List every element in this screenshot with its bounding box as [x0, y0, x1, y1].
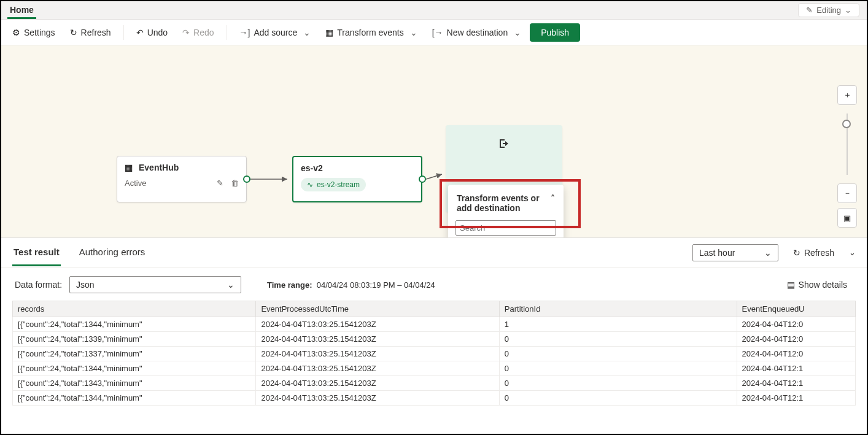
cell-processed: 2024-04-04T13:03:25.1541203Z [256, 332, 499, 347]
cell-enqueued: 2024-04-04T12:1 [737, 376, 855, 391]
settings-label: Settings [24, 28, 55, 37]
chevron-down-icon: ⌄ [227, 280, 234, 290]
show-details-button[interactable]: ▤Show details [781, 276, 853, 293]
time-range-label: Time range: [267, 280, 312, 290]
table-row[interactable]: [{"count":24,"total":1344,"minimum"2024-… [13, 361, 856, 376]
transform-add-popover: Transform events or add destination ˄ De… [448, 185, 564, 238]
time-window-select[interactable]: Last hour ⌄ [692, 244, 778, 261]
divider [123, 25, 124, 40]
connector [426, 168, 448, 183]
col-processed[interactable]: EventProcessedUtcTime [256, 301, 499, 317]
new-destination-button[interactable]: [→New destination [426, 24, 528, 41]
cell-records: [{"count":24,"total":1343,"minimum" [13, 376, 256, 391]
zoom-controls: ＋ － ▣ [837, 85, 857, 228]
col-enqueued[interactable]: EventEnqueuedU [737, 301, 855, 317]
redo-icon: ↷ [182, 28, 190, 37]
undo-label: Undo [147, 28, 168, 37]
table-row[interactable]: [{"count":24,"total":1343,"minimum"2024-… [13, 376, 856, 391]
refresh-icon: ↻ [793, 248, 800, 258]
transform-icon: ▦ [325, 28, 333, 37]
delete-icon[interactable]: 🗑 [231, 179, 239, 188]
refresh-results-button[interactable]: ↻Refresh [787, 244, 840, 261]
publish-button[interactable]: Publish [530, 23, 580, 42]
stream-icon: ∿ [307, 180, 313, 189]
stream-name: es-v2-stream [317, 180, 360, 189]
add-source-button[interactable]: →]Add source [233, 24, 317, 41]
table-row[interactable]: [{"count":24,"total":1344,"minimum"2024-… [13, 391, 856, 406]
eventhub-icon: ▦ [125, 163, 133, 172]
table-header-row: records EventProcessedUtcTime PartitionI… [13, 301, 856, 317]
top-bar: Home ✎ Editing ⌄ [1, 1, 867, 20]
edit-icon[interactable]: ✎ [217, 179, 223, 188]
chevron-up-icon[interactable]: ˄ [551, 193, 555, 213]
add-source-icon: →] [239, 28, 250, 37]
cell-enqueued: 2024-04-04T12:1 [737, 391, 855, 406]
zoom-in-button[interactable]: ＋ [837, 85, 857, 105]
refresh-label: Refresh [804, 248, 834, 258]
chevron-down-icon: ⌄ [764, 248, 772, 258]
node-title: EventHub [139, 163, 179, 172]
undo-icon: ↶ [136, 28, 144, 37]
col-partition[interactable]: PartitionId [499, 301, 737, 317]
results-tabbar: Test result Authoring errors Last hour ⌄… [1, 238, 867, 268]
refresh-button[interactable]: ↻Refresh [64, 24, 117, 41]
search-input[interactable] [455, 220, 556, 236]
results-controls: Data format: Json ⌄ Time range: 04/04/24… [1, 268, 867, 298]
details-icon: ▤ [787, 280, 795, 290]
gear-icon: ⚙ [12, 28, 20, 37]
chevron-down-icon [301, 28, 311, 37]
zoom-slider[interactable] [847, 114, 848, 175]
redo-button: ↷Redo [176, 24, 220, 41]
stream-pill[interactable]: ∿ es-v2-stream [301, 178, 366, 191]
undo-button[interactable]: ↶Undo [130, 24, 174, 41]
popover-heading: Transform events or add destination [457, 193, 551, 213]
results-table: records EventProcessedUtcTime PartitionI… [12, 301, 856, 406]
tab-strip: Home [7, 1, 36, 19]
cell-processed: 2024-04-04T13:03:25.1541203Z [256, 391, 499, 406]
cell-partition: 1 [499, 317, 737, 332]
col-records[interactable]: records [13, 301, 256, 317]
cell-records: [{"count":24,"total":1344,"minimum" [13, 317, 256, 332]
time-range-value: 04/04/24 08:03:19 PM – 04/04/24 [317, 280, 435, 290]
exit-icon [498, 137, 510, 152]
refresh-label: Refresh [81, 28, 111, 37]
data-format-select[interactable]: Json ⌄ [69, 276, 241, 293]
divider [227, 25, 227, 40]
time-window-value: Last hour [699, 248, 735, 258]
show-details-label: Show details [799, 280, 847, 290]
redo-label: Redo [193, 28, 214, 37]
transform-events-button[interactable]: ▦Transform events [319, 24, 423, 41]
chevron-down-icon [408, 28, 417, 37]
connector [250, 174, 292, 184]
chevron-down-icon [511, 28, 521, 37]
cell-partition: 0 [499, 332, 737, 347]
cell-records: [{"count":24,"total":1339,"minimum" [13, 332, 256, 347]
cell-records: [{"count":24,"total":1344,"minimum" [13, 361, 256, 376]
settings-button[interactable]: ⚙Settings [6, 24, 61, 41]
table-row[interactable]: [{"count":24,"total":1344,"minimum"2024-… [13, 317, 856, 332]
zoom-out-button[interactable]: － [837, 183, 857, 203]
port-out-source[interactable] [243, 175, 250, 183]
cell-partition: 0 [499, 347, 737, 361]
node-stream[interactable]: es-v2 ∿ es-v2-stream [292, 156, 422, 202]
data-format-value: Json [76, 280, 95, 290]
port-out-stream[interactable] [419, 175, 426, 183]
chevron-down-icon[interactable]: ⌄ [849, 248, 856, 257]
zoom-thumb[interactable] [842, 120, 851, 128]
refresh-icon: ↻ [70, 28, 77, 37]
node-eventhub[interactable]: ▦ EventHub Active ✎ 🗑 [117, 156, 247, 202]
table-row[interactable]: [{"count":24,"total":1339,"minimum"2024-… [13, 332, 856, 347]
tab-test-result[interactable]: Test result [12, 239, 61, 266]
cell-records: [{"count":24,"total":1337,"minimum" [13, 347, 256, 361]
cell-enqueued: 2024-04-04T12:1 [737, 361, 855, 376]
tab-home[interactable]: Home [7, 1, 36, 19]
canvas[interactable]: ▦ EventHub Active ✎ 🗑 es-v2 ∿ es-v2-stre… [1, 45, 867, 238]
tab-authoring-errors[interactable]: Authoring errors [78, 239, 147, 266]
table-row[interactable]: [{"count":24,"total":1337,"minimum"2024-… [13, 347, 856, 361]
node-title: es-v2 [301, 163, 414, 173]
editing-toggle[interactable]: ✎ Editing ⌄ [798, 3, 859, 17]
cell-processed: 2024-04-04T13:03:25.1541203Z [256, 317, 499, 332]
cell-enqueued: 2024-04-04T12:0 [737, 332, 855, 347]
cell-enqueued: 2024-04-04T12:0 [737, 317, 855, 332]
fit-screen-button[interactable]: ▣ [837, 208, 857, 228]
